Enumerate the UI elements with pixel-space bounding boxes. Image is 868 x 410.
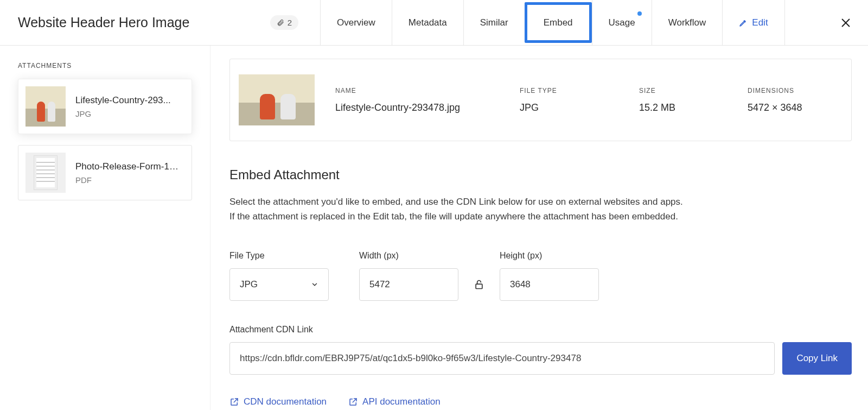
embed-section-title: Embed Attachment: [229, 167, 852, 182]
embed-form-row: File Type JPG Width (px) Height (px): [229, 251, 852, 301]
body: ATTACHMENTS Lifestyle-Country-293... JPG…: [0, 46, 868, 410]
attachment-meta: Photo-Release-Form-1 (... PDF: [75, 161, 178, 185]
attachment-card[interactable]: Photo-Release-Form-1 (... PDF: [18, 145, 192, 200]
doc-links: CDN documentation API documentation: [229, 396, 852, 407]
info-value-filetype: JPG: [520, 102, 639, 113]
header-bar: Website Header Hero Image 2 Overview Met…: [0, 0, 868, 46]
title-section: Website Header Hero Image 2: [0, 15, 320, 30]
info-label-filetype: FILE TYPE: [520, 87, 639, 94]
height-input[interactable]: [500, 268, 599, 301]
api-doc-text: API documentation: [362, 396, 441, 407]
api-doc-link[interactable]: API documentation: [348, 396, 441, 407]
notification-dot-icon: [637, 11, 642, 16]
attachment-type: PDF: [75, 175, 178, 185]
close-button[interactable]: [840, 17, 852, 29]
lock-icon: [474, 279, 484, 291]
filetype-select[interactable]: JPG: [229, 268, 329, 301]
height-label: Height (px): [500, 251, 599, 261]
tab-overview[interactable]: Overview: [320, 0, 392, 45]
attachment-meta: Lifestyle-Country-293... JPG: [75, 95, 171, 118]
info-label-size: SIZE: [639, 87, 748, 94]
embed-desc-line1: Select the attachment you'd like to embe…: [229, 197, 683, 207]
sidebar: ATTACHMENTS Lifestyle-Country-293... JPG…: [0, 46, 210, 410]
info-label-dimensions: DIMENSIONS: [748, 87, 829, 94]
cdn-label: Attachment CDN Link: [229, 325, 852, 335]
width-input[interactable]: [359, 268, 458, 301]
attachment-name: Lifestyle-Country-293...: [75, 95, 171, 106]
tab-workflow[interactable]: Workflow: [652, 0, 723, 45]
info-label-name: NAME: [335, 87, 520, 94]
attachment-thumb-image: [25, 86, 66, 127]
attachment-thumb-pdf: [25, 153, 66, 193]
tab-usage[interactable]: Usage: [592, 0, 652, 45]
pencil-icon: [739, 18, 748, 27]
attachment-count: 2: [288, 18, 292, 27]
close-icon: [840, 17, 852, 29]
info-value-dimensions: 5472 × 3648: [748, 102, 829, 113]
aspect-lock-button[interactable]: [468, 268, 490, 301]
chevron-down-icon: [311, 281, 318, 288]
attachment-count-badge[interactable]: 2: [270, 15, 298, 30]
cdn-link-input[interactable]: [229, 342, 775, 375]
paperclip-icon: [277, 19, 284, 27]
tab-embed[interactable]: Embed: [525, 2, 592, 43]
embed-desc-line2: If the attachment is replaced in the Edi…: [229, 211, 678, 222]
external-link-icon: [348, 397, 358, 407]
copy-link-button[interactable]: Copy Link: [782, 342, 852, 375]
tabs: Overview Metadata Similar Embed Usage Wo…: [320, 0, 785, 45]
attachment-name: Photo-Release-Form-1 (...: [75, 161, 178, 172]
cdn-doc-link[interactable]: CDN documentation: [229, 396, 327, 407]
filetype-label: File Type: [229, 251, 329, 261]
svg-rect-2: [476, 285, 482, 289]
filetype-select-value: JPG: [240, 279, 258, 290]
width-label: Width (px): [359, 251, 458, 261]
cdn-doc-text: CDN documentation: [244, 396, 327, 407]
info-thumbnail: [239, 74, 315, 125]
attachment-card[interactable]: Lifestyle-Country-293... JPG: [18, 79, 192, 134]
tab-similar[interactable]: Similar: [463, 0, 525, 45]
page-title: Website Header Hero Image: [18, 15, 189, 30]
info-value-name: Lifestyle-Country-293478.jpg: [335, 102, 520, 113]
sidebar-title: ATTACHMENTS: [18, 62, 192, 70]
attachment-type: JPG: [75, 109, 171, 118]
external-link-icon: [229, 397, 239, 407]
info-grid: NAME Lifestyle-Country-293478.jpg FILE T…: [335, 87, 829, 113]
edit-label: Edit: [752, 17, 768, 28]
file-info-panel: NAME Lifestyle-Country-293478.jpg FILE T…: [229, 59, 852, 141]
main: NAME Lifestyle-Country-293478.jpg FILE T…: [210, 46, 868, 410]
tab-edit[interactable]: Edit: [722, 0, 784, 45]
embed-desc: Select the attachment you'd like to embe…: [229, 194, 772, 224]
tab-usage-label: Usage: [609, 17, 635, 28]
info-value-size: 15.2 MB: [639, 102, 748, 113]
cdn-row: Attachment CDN Link Copy Link: [229, 325, 852, 375]
tab-metadata[interactable]: Metadata: [392, 0, 463, 45]
